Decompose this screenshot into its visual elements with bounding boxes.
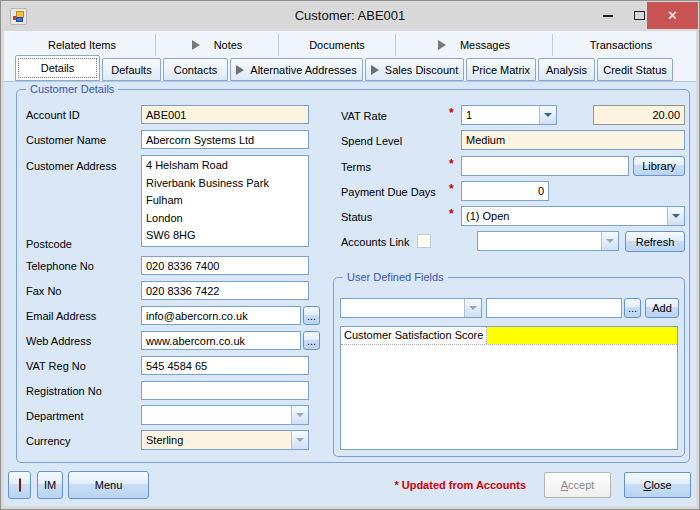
customer-address-label: Customer Address xyxy=(26,157,116,176)
customer-window: Customer: ABE001 ✕ Related Items Notes D… xyxy=(0,0,700,510)
payment-due-days-label: Payment Due Days xyxy=(341,183,436,202)
tab-alternative-addresses[interactable]: Alternative Addresses xyxy=(230,58,363,81)
tab-credit-status[interactable]: Credit Status xyxy=(597,58,673,81)
account-id-field[interactable] xyxy=(141,105,309,124)
web-label: Web Address xyxy=(26,332,91,351)
vat-rate-select[interactable]: 1 xyxy=(461,105,557,125)
department-label: Department xyxy=(26,407,83,426)
minimize-button[interactable] xyxy=(594,3,622,28)
accounts-link-label: Accounts Link xyxy=(341,233,409,252)
menu-button[interactable]: Menu xyxy=(68,471,149,499)
payment-due-days-field[interactable] xyxy=(461,181,549,201)
chevron-down-icon[interactable] xyxy=(667,207,684,225)
accept-button[interactable]: Accept xyxy=(544,472,611,498)
im-button[interactable]: IM xyxy=(37,471,63,499)
chevron-down-icon[interactable] xyxy=(291,406,308,424)
spend-level-label: Spend Level xyxy=(341,132,402,151)
chevron-down-icon[interactable] xyxy=(601,232,618,250)
library-button[interactable]: Library xyxy=(633,156,685,176)
udf-value-input[interactable] xyxy=(486,298,622,318)
spend-level-field xyxy=(461,130,685,150)
close-button[interactable]: Close xyxy=(624,472,691,498)
customer-name-field[interactable] xyxy=(141,130,309,149)
refresh-button[interactable]: Refresh xyxy=(625,231,685,252)
tab-analysis[interactable]: Analysis xyxy=(538,58,595,81)
tab-notes[interactable]: Notes xyxy=(156,34,279,56)
registration-label: Registration No xyxy=(26,382,102,401)
pin-button[interactable] xyxy=(8,471,31,499)
accounts-link-select[interactable] xyxy=(477,231,619,251)
tab-sales-discount[interactable]: Sales Discount xyxy=(365,58,464,81)
terms-field[interactable] xyxy=(461,156,629,176)
web-browse-button[interactable]: ... xyxy=(303,331,320,350)
close-window-button[interactable]: ✕ xyxy=(647,2,698,29)
user-defined-fields-group: User Defined Fields ... Add Customer Sat… xyxy=(333,277,685,457)
customer-address-field[interactable]: 4 Helsham Road Riverbank Business Park F… xyxy=(141,155,309,247)
vat-reg-label: VAT Reg No xyxy=(26,357,86,376)
accounts-link-checkbox[interactable] xyxy=(417,234,431,248)
registration-field[interactable] xyxy=(141,381,309,400)
close-icon: ✕ xyxy=(667,8,678,23)
account-id-label: Account ID xyxy=(26,106,80,125)
email-field[interactable] xyxy=(141,306,301,325)
chevron-down-icon[interactable] xyxy=(291,431,308,449)
chevron-down-icon[interactable] xyxy=(464,299,481,317)
tab-transactions[interactable]: Transactions xyxy=(553,34,689,56)
play-arrow-icon xyxy=(192,40,200,50)
tab-documents[interactable]: Documents xyxy=(279,34,396,56)
required-mark: * xyxy=(449,157,454,171)
updated-from-accounts-note: * Updated from Accounts xyxy=(301,471,526,499)
department-select[interactable] xyxy=(141,405,309,425)
status-label: Status xyxy=(341,208,372,227)
udf-list: Customer Satisfaction Score xyxy=(340,326,678,450)
required-mark: * xyxy=(449,207,454,221)
tab-details[interactable]: Details xyxy=(15,55,100,81)
required-mark: * xyxy=(449,182,454,196)
customer-details-group-title: Customer Details xyxy=(26,82,118,96)
telephone-field[interactable] xyxy=(141,256,309,275)
titlebar: Customer: ABE001 ✕ xyxy=(1,1,699,31)
required-mark: * xyxy=(449,106,454,120)
fax-label: Fax No xyxy=(26,282,61,301)
vat-reg-field[interactable] xyxy=(141,356,309,375)
vat-rate-percent-field xyxy=(593,105,685,125)
udf-group-title: User Defined Fields xyxy=(343,270,448,284)
maximize-icon xyxy=(634,11,645,20)
currency-select[interactable]: Sterling xyxy=(141,430,309,450)
terms-label: Terms xyxy=(341,158,371,177)
nav-tab-row: Related Items Notes Documents Messages T… xyxy=(9,34,689,56)
tab-contacts[interactable]: Contacts xyxy=(163,58,228,81)
postcode-label: Postcode xyxy=(26,235,72,254)
play-arrow-icon xyxy=(371,65,379,75)
play-arrow-icon xyxy=(438,40,446,50)
tab-messages[interactable]: Messages xyxy=(396,34,553,56)
fax-field[interactable] xyxy=(141,281,309,300)
udf-list-row[interactable]: Customer Satisfaction Score xyxy=(341,327,677,345)
customer-name-label: Customer Name xyxy=(26,131,106,150)
telephone-label: Telephone No xyxy=(26,257,94,276)
status-select[interactable]: (1) Open xyxy=(461,206,685,226)
udf-add-button[interactable]: Add xyxy=(645,298,679,318)
email-browse-button[interactable]: ... xyxy=(303,306,320,325)
udf-row-name: Customer Satisfaction Score xyxy=(341,327,487,344)
udf-browse-button[interactable]: ... xyxy=(624,298,641,318)
tab-price-matrix[interactable]: Price Matrix xyxy=(466,58,536,81)
udf-row-value-cell[interactable] xyxy=(487,327,677,344)
currency-label: Currency xyxy=(26,432,71,451)
minimize-icon xyxy=(603,15,613,17)
web-field[interactable] xyxy=(141,331,301,350)
email-label: Email Address xyxy=(26,307,96,326)
vat-rate-label: VAT Rate xyxy=(341,107,387,126)
chevron-down-icon[interactable] xyxy=(539,106,556,124)
tab-related-items[interactable]: Related Items xyxy=(9,34,156,56)
udf-field-select[interactable] xyxy=(340,298,482,318)
tab-defaults[interactable]: Defaults xyxy=(102,58,161,81)
pushpin-icon xyxy=(19,479,21,491)
detail-tab-row: Details Defaults Contacts Alternative Ad… xyxy=(15,57,675,81)
play-arrow-icon xyxy=(236,65,244,75)
